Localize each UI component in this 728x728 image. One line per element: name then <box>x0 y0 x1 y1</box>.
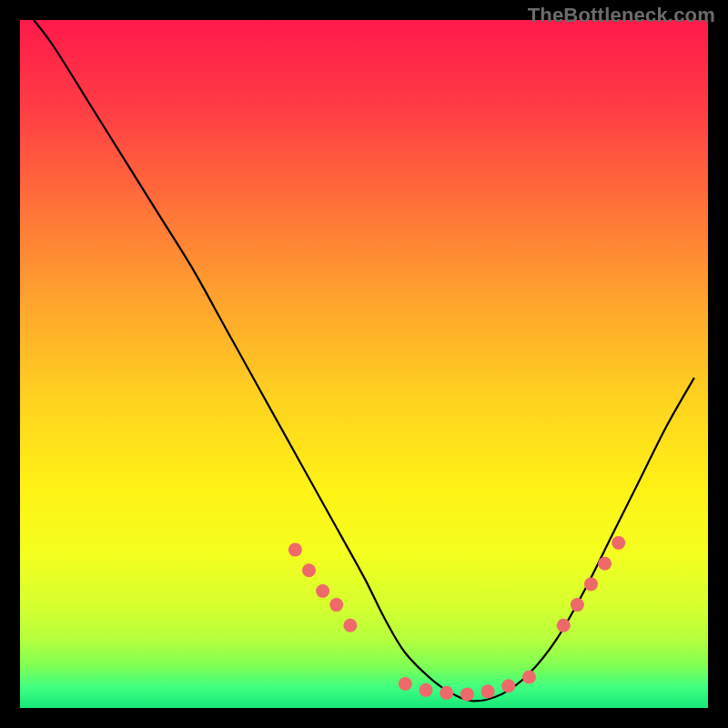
curve-marker <box>598 557 612 571</box>
curve-marker <box>571 598 584 612</box>
watermark-label: TheBottleneck.com <box>528 4 715 27</box>
curve-marker <box>302 563 316 577</box>
curve-marker <box>343 619 357 632</box>
curve-marker <box>557 619 571 632</box>
curve-marker <box>329 598 343 612</box>
chart-background <box>20 20 708 708</box>
curve-marker <box>522 670 536 683</box>
bottleneck-chart <box>20 20 708 708</box>
curve-marker <box>460 687 474 701</box>
chart-frame <box>20 20 708 708</box>
curve-marker <box>399 677 412 691</box>
curve-marker <box>420 683 433 697</box>
curve-marker <box>481 684 495 698</box>
curve-marker <box>440 686 453 700</box>
curve-marker <box>316 584 329 598</box>
curve-marker <box>612 536 625 550</box>
curve-marker <box>288 543 302 557</box>
curve-marker <box>501 679 515 693</box>
curve-marker <box>584 577 598 591</box>
